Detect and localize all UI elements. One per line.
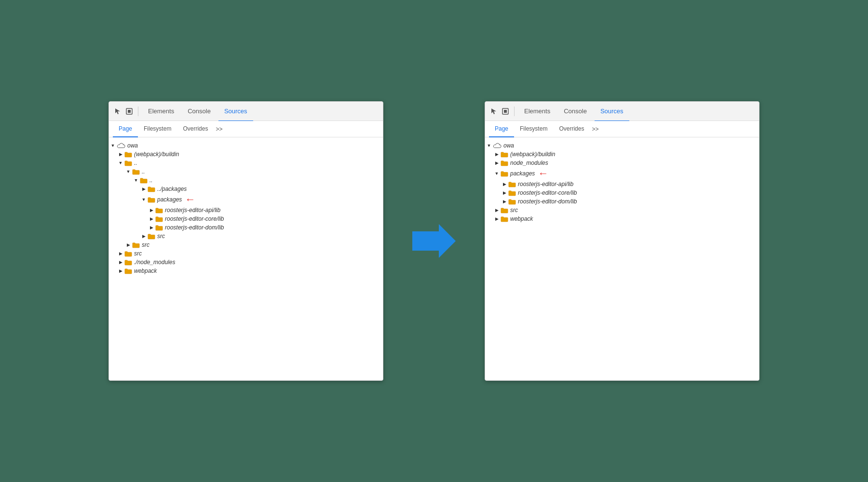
blue-arrow <box>412 224 456 258</box>
folder-icon-webpack-left <box>124 151 132 158</box>
tree-item-owa-right[interactable]: owa <box>485 141 759 150</box>
subtab-filesystem-right[interactable]: Filesystem <box>514 121 553 137</box>
tree-item-dd1-left[interactable]: .. <box>109 159 383 167</box>
tree-item-src1-left[interactable]: src <box>109 249 383 258</box>
label-owa-left: owa <box>127 142 138 149</box>
folder-icon-src-right <box>501 207 508 214</box>
subtab-more-right[interactable]: >> <box>590 126 600 133</box>
left-toolbar: Elements Console Sources <box>109 102 383 121</box>
tree-item-owa-left[interactable]: owa <box>109 141 383 150</box>
tree-item-webpack-right[interactable]: (webpack)/buildin <box>485 150 759 159</box>
tree-item-packages-left[interactable]: packages ← <box>109 193 383 206</box>
label-src-right: src <box>510 207 518 214</box>
tree-item-webpack-left[interactable]: (webpack)/buildin <box>109 150 383 159</box>
subtab-page-right[interactable]: Page <box>489 121 514 137</box>
folder-icon-dom-right <box>508 199 516 205</box>
arrow-webpack-right <box>493 152 501 157</box>
folder-icon-packages-right <box>501 171 508 177</box>
tab-sources-left[interactable]: Sources <box>218 102 253 121</box>
tab-console[interactable]: Console <box>182 102 217 121</box>
arrow-dom-left <box>148 225 155 230</box>
folder-icon-src2-left <box>132 242 140 248</box>
right-file-tree: owa (webpack)/buildin node_modules <box>485 137 759 380</box>
tree-item-src2-left[interactable]: src <box>109 241 383 249</box>
left-subtabs: Page Filesystem Overrides >> <box>109 121 383 137</box>
tab-elements[interactable]: Elements <box>142 102 180 121</box>
left-file-tree: owa (webpack)/buildin .. <box>109 137 383 380</box>
tree-item-dd3-left[interactable]: .. <box>109 176 383 185</box>
tree-item-webpack2-left[interactable]: webpack <box>109 267 383 275</box>
label-src4-left: src <box>157 233 165 240</box>
arrow-owa-left <box>109 143 117 148</box>
tree-item-packages-right[interactable]: packages ← <box>485 167 759 180</box>
label-webpack2-left: webpack <box>134 268 157 274</box>
folder-icon-dd2-left <box>132 169 140 175</box>
folder-icon-src4-left <box>148 233 155 240</box>
subtab-filesystem-left[interactable]: Filesystem <box>138 121 177 137</box>
tree-item-dd2-left[interactable]: .. <box>109 167 383 176</box>
subtab-overrides-left[interactable]: Overrides <box>177 121 214 137</box>
arrow-dd3-left <box>132 178 140 183</box>
arrow-src1-left <box>117 251 124 256</box>
folder-icon-nodemodules-right <box>501 160 508 166</box>
folder-icon-webpack2-left <box>124 268 132 274</box>
tree-item-api-right[interactable]: roosterjs-editor-api/lib <box>485 180 759 188</box>
cloud-icon-left <box>117 143 125 149</box>
label-dd1-left: .. <box>134 160 137 166</box>
tree-item-core-right[interactable]: roosterjs-editor-core/lib <box>485 188 759 197</box>
arrow-dd1-left <box>117 161 124 165</box>
arrow-packages-left <box>140 197 148 202</box>
folder-icon-core-right <box>508 190 516 196</box>
folder-icon-src1-left <box>124 251 132 257</box>
subtab-page-left[interactable]: Page <box>113 121 138 137</box>
svg-marker-2 <box>412 224 456 258</box>
arrow-packages-right <box>493 171 501 176</box>
label-api-left: roosterjs-editor-api/lib <box>165 207 220 214</box>
tree-item-api-left[interactable]: roosterjs-editor-api/lib <box>109 206 383 214</box>
label-webpack-right: (webpack)/buildin <box>510 151 555 158</box>
cursor-icon-right[interactable] <box>489 107 499 116</box>
inspect-icon[interactable] <box>124 107 134 116</box>
label-dom-right: roosterjs-editor-dom/lib <box>518 198 577 205</box>
label-src1-left: src <box>134 250 142 257</box>
tree-item-src-right[interactable]: src <box>485 206 759 214</box>
tree-item-nodemodules-right[interactable]: node_modules <box>485 159 759 167</box>
arrow-dd2-left <box>124 169 132 174</box>
folder-icon-webpack-right <box>501 151 508 158</box>
label-packages-right: packages <box>510 170 535 177</box>
folder-icon-core-left <box>155 216 163 222</box>
label-packages-left: packages <box>157 196 182 203</box>
right-subtabs: Page Filesystem Overrides >> <box>485 121 759 137</box>
arrow-core-right <box>501 190 508 195</box>
folder-icon-dd1-left <box>124 160 132 166</box>
arrow-ddpackages-left <box>140 187 148 191</box>
tree-item-webpack3-right[interactable]: webpack <box>485 214 759 223</box>
inspect-icon-right[interactable] <box>501 107 510 116</box>
tree-item-nodemodules-left[interactable]: ./node_modules <box>109 258 383 267</box>
cursor-icon[interactable] <box>113 107 122 116</box>
folder-icon-ddpackages-left <box>148 186 155 192</box>
arrow-nodemodules-left <box>117 260 124 265</box>
label-core-left: roosterjs-editor-core/lib <box>165 215 224 222</box>
tab-console-right[interactable]: Console <box>558 102 593 121</box>
arrow-webpack2-left <box>117 268 124 273</box>
tree-item-src4-left[interactable]: src <box>109 232 383 241</box>
subtab-overrides-right[interactable]: Overrides <box>553 121 590 137</box>
folder-icon-nodemodules-left <box>124 259 132 266</box>
label-webpack-left: (webpack)/buildin <box>134 151 179 158</box>
subtab-more-left[interactable]: >> <box>214 126 224 133</box>
tree-item-dom-left[interactable]: roosterjs-editor-dom/lib <box>109 223 383 232</box>
arrow-dom-right <box>501 199 508 204</box>
right-toolbar: Elements Console Sources <box>485 102 759 121</box>
label-core-right: roosterjs-editor-core/lib <box>518 189 577 196</box>
tab-elements-right[interactable]: Elements <box>518 102 556 121</box>
tree-item-dom-right[interactable]: roosterjs-editor-dom/lib <box>485 197 759 206</box>
folder-icon-packages-left <box>148 197 155 203</box>
label-src2-left: src <box>142 241 149 248</box>
tree-item-core-left[interactable]: roosterjs-editor-core/lib <box>109 214 383 223</box>
tab-sources-right[interactable]: Sources <box>595 102 629 121</box>
tree-item-ddpackages-left[interactable]: ../packages <box>109 185 383 193</box>
toolbar-divider-right <box>514 107 515 116</box>
arrow-src-right <box>493 208 501 213</box>
folder-icon-webpack3-right <box>501 216 508 222</box>
